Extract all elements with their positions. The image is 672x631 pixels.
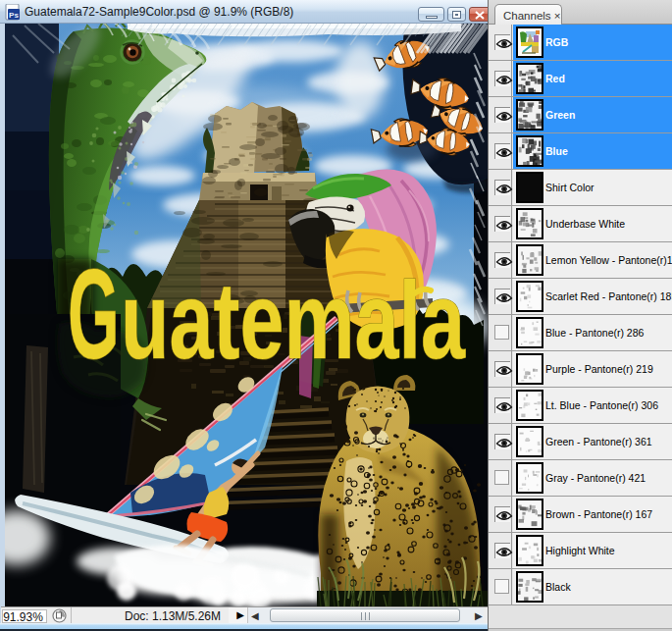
svg-text:G: G	[68, 242, 120, 386]
svg-text:Ps: Ps	[9, 11, 19, 20]
svg-text:uatemala: uatemala	[121, 259, 466, 382]
